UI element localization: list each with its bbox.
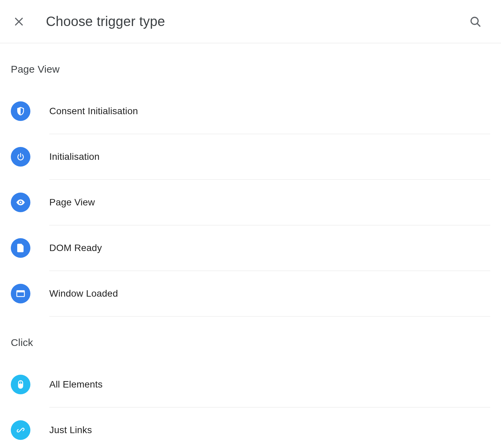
trigger-label: Initialisation [49, 151, 490, 162]
header-title: Choose trigger type [46, 14, 467, 29]
document-icon [11, 238, 30, 258]
svg-line-1 [477, 24, 480, 26]
trigger-item-initialisation[interactable]: Initialisation [11, 134, 490, 179]
divider [49, 316, 490, 317]
section-heading-page-view: Page View [11, 64, 490, 75]
mouse-icon [11, 375, 30, 394]
trigger-label: Just Links [49, 425, 490, 435]
eye-icon [11, 193, 30, 212]
trigger-label: DOM Ready [49, 243, 490, 253]
search-icon [469, 16, 481, 28]
close-icon [13, 16, 25, 27]
trigger-label: Page View [49, 197, 490, 208]
section-heading-click: Click [11, 337, 490, 348]
content-area: Page View Consent Initialisation Initial… [0, 64, 501, 448]
trigger-label: Window Loaded [49, 288, 490, 299]
trigger-label: Consent Initialisation [49, 106, 490, 117]
search-button[interactable] [467, 14, 483, 30]
header-bar: Choose trigger type [0, 0, 501, 43]
shield-icon [11, 101, 30, 121]
trigger-item-all-elements[interactable]: All Elements [11, 362, 490, 407]
link-icon [11, 420, 30, 440]
trigger-item-page-view[interactable]: Page View [11, 180, 490, 225]
trigger-item-window-loaded[interactable]: Window Loaded [11, 271, 490, 316]
trigger-label: All Elements [49, 379, 490, 390]
window-icon [11, 284, 30, 303]
power-icon [11, 147, 30, 167]
trigger-item-dom-ready[interactable]: DOM Ready [11, 225, 490, 271]
close-button[interactable] [11, 14, 27, 30]
trigger-item-just-links[interactable]: Just Links [11, 407, 490, 448]
trigger-item-consent-initialisation[interactable]: Consent Initialisation [11, 89, 490, 134]
